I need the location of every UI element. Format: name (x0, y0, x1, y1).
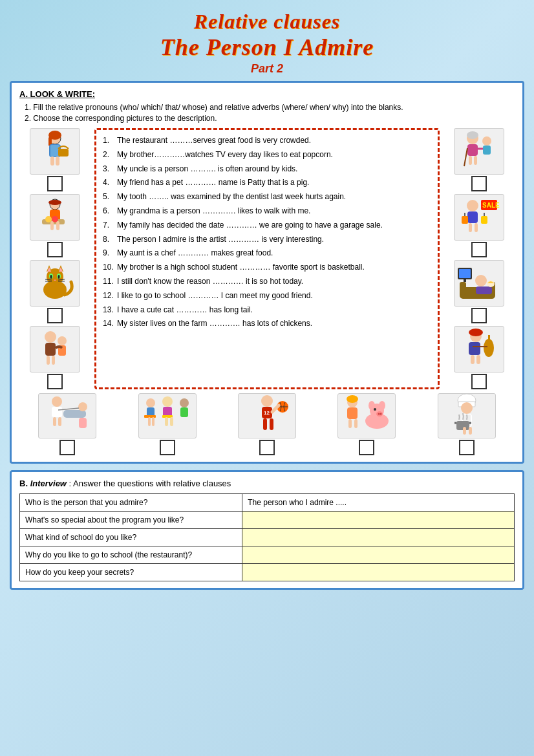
section-b-italic: Interview (30, 479, 67, 488)
question-3: What kind of school do you like? (20, 529, 242, 546)
svg-rect-92 (170, 417, 173, 426)
sentence-text-10: My brother is a high school student …………… (117, 262, 431, 273)
sentence-num-3: 3. (103, 164, 114, 175)
left-checkbox-3[interactable] (47, 308, 63, 323)
interview-table: Who is the person that you admire? The p… (19, 493, 515, 581)
bottom-image-3: 12 (238, 393, 296, 455)
sentence-text-13: I have a cute cat ………… has long tail. (117, 305, 431, 316)
sentence-text-8: The person I admire is the artist ………… i… (117, 234, 431, 245)
right-image-1 (443, 128, 515, 191)
svg-rect-87 (144, 415, 156, 418)
sentence-item-8: 8. The person I admire is the artist ………… (103, 234, 431, 245)
svg-rect-80 (58, 417, 61, 426)
right-checkbox-4[interactable] (471, 374, 487, 389)
sentence-text-1: The restaurant ………serves great food is v… (117, 135, 431, 146)
left-checkbox-4[interactable] (47, 374, 63, 389)
right-image-3 (443, 260, 515, 323)
svg-point-33 (58, 336, 67, 345)
bottom-checkbox-4[interactable] (359, 440, 374, 455)
left-image-1 (19, 128, 91, 191)
svg-point-40 (482, 136, 491, 146)
svg-rect-6 (50, 157, 54, 166)
sentence-text-2: My brother…………watches TV every day likes… (117, 149, 431, 160)
svg-rect-89 (148, 417, 151, 426)
svg-rect-14 (50, 221, 54, 230)
section-a-label: A. LOOK & WRITE: (19, 89, 515, 99)
answer-4[interactable] (242, 546, 515, 564)
title-line2: The Person I Admire (10, 34, 524, 61)
sentence-item-10: 10. My brother is a high school student … (103, 262, 431, 273)
sentence-text-9: My aunt is a chef ………… makes great food. (117, 248, 431, 259)
svg-rect-62 (459, 269, 471, 278)
svg-point-116 (461, 402, 473, 414)
section-b-label: B. Interview : Answer the questions with… (19, 479, 515, 488)
svg-rect-123 (469, 427, 472, 435)
section-a-box: A. LOOK & WRITE: 1. Fill the relative pr… (10, 81, 524, 464)
header: Relative clauses The Person I Admire Par… (10, 10, 524, 76)
sentence-item-14: 14. My sister lives on the farm ………… has… (103, 318, 431, 329)
svg-point-59 (475, 275, 487, 286)
title-line1: Relative clauses (10, 10, 524, 34)
sentence-text-11: I still don't know the reason ………… it is… (117, 276, 431, 287)
sentence-num-12: 12. (103, 290, 114, 301)
svg-text:SALE: SALE (482, 202, 500, 209)
svg-rect-99 (263, 418, 267, 430)
sentence-item-11: 11. I still don't know the reason ………… i… (103, 276, 431, 287)
sentence-text-12: I like to go to school ………… I can meet m… (117, 290, 431, 301)
sentence-item-6: 6. My grandma is a person …………. likes to… (103, 206, 431, 217)
svg-rect-63 (464, 279, 466, 282)
bottom-img-placeholder-2 (138, 393, 197, 438)
answer-2[interactable] (242, 512, 515, 529)
left-img-placeholder-4 (30, 326, 80, 373)
exercise-area: 1. The restaurant ………serves great food i… (19, 128, 515, 389)
section-b-bold: B. (19, 479, 30, 488)
bottom-checkbox-1[interactable] (59, 440, 75, 455)
svg-point-93 (261, 395, 273, 407)
svg-point-111 (374, 408, 376, 411)
sentence-num-13: 13. (103, 305, 114, 316)
table-row-3: What kind of school do you like? (20, 529, 515, 546)
sentence-text-14: My sister lives on the farm ………… has lot… (117, 318, 431, 329)
svg-line-98 (272, 405, 279, 412)
section-b-rest: : Answer the questions with relative cla… (69, 479, 231, 488)
svg-rect-4 (50, 145, 59, 157)
svg-rect-35 (47, 356, 50, 365)
right-checkbox-3[interactable] (471, 308, 487, 323)
right-checkbox-2[interactable] (471, 242, 487, 257)
svg-point-102 (347, 395, 358, 403)
table-row-2: What's so special about the program you … (20, 512, 515, 529)
sentence-item-1: 1. The restaurant ………serves great food i… (103, 135, 431, 146)
svg-rect-69 (488, 335, 490, 343)
svg-rect-67 (469, 342, 480, 355)
sentence-item-3: 3. My uncle is a person ………. is often ar… (103, 164, 431, 175)
svg-point-25 (58, 275, 60, 279)
right-checkbox-1[interactable] (471, 176, 487, 191)
answer-1[interactable]: The person who I admire ..... (242, 494, 515, 512)
answer-3[interactable] (242, 529, 515, 546)
bottom-image-1 (38, 393, 96, 455)
svg-point-66 (469, 329, 483, 336)
bottom-img-placeholder-3: 12 (238, 393, 296, 438)
svg-rect-39 (467, 144, 478, 156)
sentence-text-7: My family has decided the date ………… we a… (117, 220, 431, 231)
left-checkbox-2[interactable] (47, 242, 63, 257)
sentence-num-8: 8. (103, 234, 114, 245)
svg-rect-100 (270, 418, 273, 430)
subtitle: Part 2 (10, 62, 524, 76)
sentence-text-4: My friend has a pet ………… name is Patty t… (117, 177, 431, 188)
left-image-3 (19, 260, 91, 323)
svg-point-83 (162, 396, 173, 407)
svg-rect-91 (165, 417, 168, 426)
right-image-2: SALE (443, 194, 515, 257)
bottom-checkbox-2[interactable] (160, 440, 175, 455)
sentence-item-13: 13. I have a cute cat ………… has long tail… (103, 305, 431, 316)
answer-5[interactable] (242, 564, 515, 581)
bottom-checkbox-3[interactable] (259, 440, 275, 455)
svg-rect-60 (476, 286, 492, 294)
left-img-placeholder-3 (30, 260, 80, 307)
left-checkbox-1[interactable] (47, 176, 63, 191)
svg-rect-79 (53, 417, 56, 426)
bottom-checkbox-5[interactable] (459, 440, 475, 455)
question-4: Why do you like to go to school (the res… (20, 546, 242, 564)
svg-rect-90 (152, 417, 155, 426)
